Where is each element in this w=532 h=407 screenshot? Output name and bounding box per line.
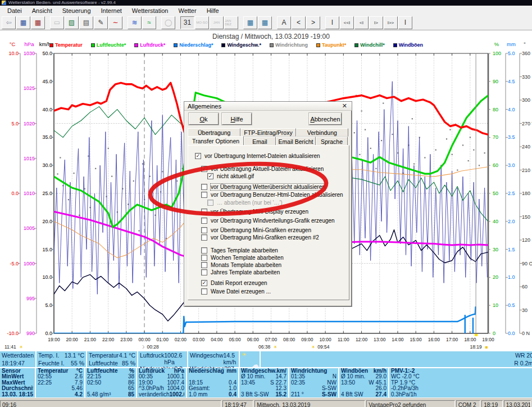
abbrechen-button[interactable]: Abbrechen [309,113,342,125]
curve-button[interactable]: ∼ [108,16,122,29]
stats-cell-label: -0.2hPa/3h [391,386,419,391]
info-value: 1002.6 hPa [164,352,185,365]
circle-button[interactable]: ◯ [161,16,175,29]
dialog-checkbox-row-11[interactable]: Wochen Template abarbeiten [188,254,349,261]
checkbox-label: vor Übertragung Mini-Grafiken erzeugen #… [211,234,319,241]
week-view-button[interactable]: MO-SO [195,16,209,29]
back-button[interactable]: ⇦ [2,16,16,29]
save-all-button[interactable]: ▦ [31,16,45,29]
nav-fwd-button[interactable]: I> [369,16,383,29]
stats-cell: 4 Bft SW27.4 [341,392,387,397]
nav-start-button[interactable]: I [325,16,339,29]
sun-moon-marker: 09:54 [317,344,330,350]
edit-day-button[interactable]: ▨ [65,16,79,29]
stats-cell: 02:5086 [87,380,134,386]
dialog-checkbox-row-3[interactable]: vor Übertragung Wetterübersicht aktualis… [188,183,349,191]
dialog-checkbox-row-2[interactable]: ✓nicht aktuell.gif [188,173,349,180]
checkbox-unchecked-icon[interactable] [201,234,207,241]
checkbox-unchecked-icon[interactable] [201,262,207,268]
dialog-checkbox-row-9[interactable]: vor Übertragung Mini-Grafiken erzeugen #… [188,234,349,241]
stats-col-header: LuftdruckhPa [139,368,184,374]
checkbox-checked-icon[interactable]: ✓ [195,153,201,159]
checkbox-unchecked-icon[interactable] [201,269,207,275]
svg-text:0.0: 0.0 [508,331,515,336]
prev-button[interactable]: < [292,16,306,29]
maxmin-button[interactable]: ▦ [258,16,272,29]
dialog-checkbox-row-1[interactable]: ✓vor Übertragung Aktuell-Dateien aktuali… [188,165,349,173]
stats-cell-label: 02:50 [87,380,101,386]
dialog-checkbox-row-13[interactable]: Jahres Template abarbeiten [188,269,349,276]
ok-button[interactable]: Ok [189,113,219,125]
dialog-checkbox-row-8[interactable]: vor Übertragung Mini-Grafiken erzeugen [188,227,349,234]
menu-item-wetter[interactable]: Wetter [173,7,201,15]
tab-ftpeintragproxy[interactable]: FTP-Eintrag/Proxy [240,128,295,137]
chart-multi-button[interactable]: ≋ [128,16,142,29]
table-button[interactable]: ▦ [243,16,257,29]
checkbox-checked-icon[interactable]: ✓ [207,173,213,179]
menu-item-datei[interactable]: Datei [2,7,27,15]
checkbox-unchecked-icon[interactable] [201,227,207,233]
dialog-checkbox-row-0[interactable]: ✓vor Übertragung Internet-Dateien aktual… [188,152,349,160]
checkbox-unchecked-icon[interactable] [201,209,207,215]
dialog-checkbox-row-14[interactable]: ✓Datei Report erzeugen [188,279,349,287]
close-icon[interactable]: ✕ [341,102,348,110]
dialog-checkbox-row-10[interactable]: Tages Template abarbeiten [188,247,349,254]
checkbox-unchecked-icon[interactable] [201,247,207,254]
series-niederschlag [54,307,476,333]
menu-item-hilfe[interactable]: Hilfe [202,7,224,15]
dialog-checkbox-row-12[interactable]: Monats Template abarbeiten [188,261,349,269]
checkbox-unchecked-icon[interactable] [201,192,207,198]
svg-text:990: 990 [26,331,35,336]
tab-verbindung[interactable]: Verbindung [296,128,348,137]
month-view-button[interactable]: JAN [210,16,224,29]
dialog-checkbox-row-5[interactable]: … abarbeiten (nur bei '…') [188,199,349,206]
nav-rew2-button[interactable]: <<I [340,16,354,29]
menu-item-steuerung[interactable]: Steuerung [57,7,96,15]
legend-label: Windgeschw.* [227,42,261,48]
stats-header-unit: km/h [374,368,387,374]
checkbox-unchecked-icon[interactable] [207,200,213,206]
hilfe-button[interactable]: Hilfe [222,113,252,125]
info-value: R 0.2m [514,360,532,367]
tab-bertragung[interactable]: Übertragung [188,128,240,137]
checkbox-checked-icon[interactable]: ✓ [201,280,207,286]
text-button[interactable]: A [277,16,291,29]
window-button[interactable]: ▭ [50,16,64,29]
menu-item-ansicht[interactable]: Ansicht [27,7,57,15]
menu-item-internet[interactable]: Internet [96,7,127,15]
svg-text:10: 10 [493,302,498,308]
stats-cell: veränderlich1002.6 [139,392,184,397]
info-line: Luftdruck1002.6 hPa [140,352,185,365]
stats-header-name: Windböen [341,368,368,374]
dialog-checkbox-row-7[interactable]: vor Übertragung Windverteilungs-Grafik e… [188,217,349,224]
checkbox-unchecked-icon[interactable] [201,288,207,295]
stats-cell: 1.0 mm0.4 [189,392,237,397]
svg-text:19:00: 19:00 [482,337,494,342]
status-cell-5: 18:19 [481,400,503,407]
dialog-checkbox-row-4[interactable]: vor Übertragung Benutzer-Html-Dateien ak… [188,191,349,198]
next-button[interactable]: > [306,16,320,29]
checkbox-unchecked-icon[interactable] [201,184,207,190]
svg-text:1010: 1010 [24,191,35,196]
chart-color-button[interactable]: ≈ [142,16,156,29]
svg-text:mm: mm [507,41,516,47]
dialog-checkbox-row-6[interactable]: vor Übertragung Mini-Display erzeugen [188,208,349,215]
stats-cell-value: 1002.6 [169,392,184,397]
svg-text:1015: 1015 [24,156,35,161]
checkbox-unchecked-icon[interactable] [201,255,207,261]
menu-item-wetterstation[interactable]: Wetterstation [127,7,174,15]
nav-fwd2-button[interactable]: I>> [384,16,398,29]
print-button[interactable]: ▤ [79,16,93,29]
stats-cell [189,374,237,379]
stats-cell-label: Ø 10 min. [241,374,265,379]
save-button[interactable]: ▦ [16,16,30,29]
nav-rew-button[interactable]: <I [354,16,369,29]
dialog-title-bar[interactable]: Allgemeines ✕ [184,102,352,111]
dialog-checkbox-row-15[interactable]: Wave Datei erzeugen ... [188,288,349,295]
year-view-button[interactable]: JAN DEZ [224,16,238,29]
chart-edit-button[interactable]: ✎ [94,16,108,29]
day-view-button[interactable]: 31 [180,16,194,29]
checkbox-unchecked-icon[interactable] [201,218,207,224]
checkbox-checked-icon[interactable]: ✓ [201,166,207,172]
nav-end-button[interactable]: I [398,16,412,29]
